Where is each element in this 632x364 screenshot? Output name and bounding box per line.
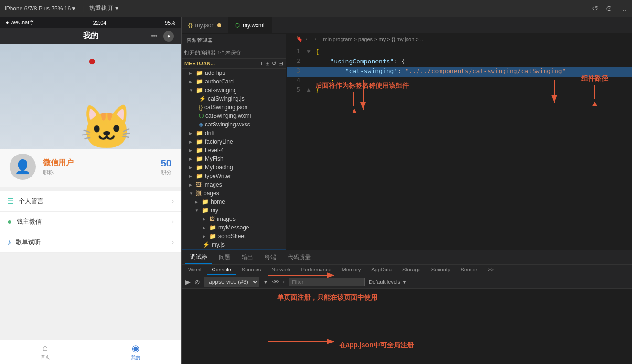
tree-item-level4[interactable]: ▶ 📁 Level-4 [182, 146, 286, 155]
devtool-tab-debugger[interactable]: 调试器 [185, 251, 212, 264]
editor-split: 资源管理器 … 打开的编辑器 1个未保存 MEETOAN... + ⊞ ↺ ⊟ [182, 34, 632, 250]
menu-item-music[interactable]: ♪ 歌单试听 › [0, 232, 181, 253]
filetree-more-icon[interactable]: … [276, 38, 281, 43]
subtab-sources[interactable]: Sources [237, 265, 266, 275]
tree-item-my[interactable]: ▼ 📁 my [182, 206, 286, 215]
add-folder-icon[interactable]: ⊞ [265, 60, 270, 67]
tree-item-catswinging-json[interactable]: {} catSwinging.json [182, 103, 286, 112]
tree-item-catswinging-js[interactable]: ⚡ catSwinging.js [182, 94, 286, 103]
subtab-sensor[interactable]: Sensor [456, 265, 482, 275]
default-levels-selector[interactable]: Default levels ▼ [369, 279, 407, 285]
file-tree-content[interactable]: ▶ 📁 addTips ▶ 📁 authorCard ▼ 📁 cat- [182, 69, 286, 250]
subtab-appdata[interactable]: AppData [366, 265, 396, 275]
bottom-nav-home[interactable]: ⌂ 首页 [0, 343, 91, 361]
subtab-console[interactable]: Console [207, 265, 236, 275]
console-filter-input[interactable] [289, 278, 365, 286]
breadcrumb-bookmark-icon[interactable]: 🔖 [296, 36, 303, 42]
toolbar-block-btn[interactable]: ⊘ [194, 278, 200, 286]
folder-factoryline-label: factoryLine [205, 138, 233, 145]
breadcrumb-align-icon[interactable]: ≡ [291, 36, 294, 42]
breadcrumb-back-icon[interactable]: ← [305, 36, 310, 42]
file-catswinging-json: catSwinging.json [204, 104, 247, 111]
tree-item-my-images[interactable]: ▶ 🖼 images [182, 215, 286, 223]
bottom-nav-my[interactable]: ◉ 我的 [91, 343, 182, 361]
breadcrumb-fwd-icon[interactable]: → [312, 36, 317, 42]
phone-nav-bar: 我的 ••• ● [0, 28, 181, 44]
menu-music-arrow: › [172, 239, 174, 246]
tree-item-mymessage[interactable]: ▶ 📁 myMessage [182, 223, 286, 232]
breadcrumb-icons: ≡ 🔖 ← → [291, 36, 317, 42]
subtab-network[interactable]: Network [267, 265, 295, 275]
folder-songsheet-label: songSheet [218, 233, 246, 239]
tree-item-drift[interactable]: ▶ 📁 drift [182, 129, 286, 137]
toolbar-play-btn[interactable]: ▶ [185, 278, 191, 286]
record-icon[interactable]: ⊙ [606, 4, 612, 13]
more-icon[interactable]: … [620, 4, 627, 13]
refresh-tree-icon[interactable]: ↺ [272, 60, 277, 67]
devtool-tab-quality[interactable]: 代码质量 [283, 251, 315, 263]
code-content[interactable]: 1 ▼ { 2 "usingComponents": { 3 [287, 44, 632, 250]
tree-item-songsheet[interactable]: ▶ 📁 songSheet [182, 232, 286, 240]
folder-collapsed-icon: ▶ [189, 80, 194, 84]
folder-authorcard-label: authorCard [205, 78, 234, 85]
phone-record-btn[interactable]: ● [163, 31, 174, 42]
tree-item-myfish[interactable]: ▶ 📁 MyFish [182, 155, 286, 163]
tree-item-factoryline[interactable]: ▶ 📁 factoryLine [182, 137, 286, 146]
folder-expanded-icon: ▼ [189, 191, 194, 196]
menu-item-personal[interactable]: ☰ 个人留言 › [0, 191, 181, 212]
folder-collapsed-icon: ▶ [203, 226, 207, 230]
add-file-icon[interactable]: + [260, 60, 263, 67]
console-expand-icon[interactable]: › [283, 279, 285, 285]
devtool-tab-output[interactable]: 输出 [237, 251, 258, 263]
tree-item-typewriter[interactable]: ▶ 📁 typeWriter [182, 172, 286, 180]
tab-my-json[interactable]: {} my.json [182, 17, 228, 33]
subtab-performance[interactable]: Performance [297, 265, 336, 275]
device-selector[interactable]: iPhone 6/7/8 Plus 75% 16▼ [5, 5, 76, 12]
menu-wechat-arrow: › [172, 218, 174, 225]
tree-item-pages[interactable]: ▼ 🖼 pages [182, 189, 286, 198]
tree-item-home[interactable]: ▶ 📁 home [182, 198, 286, 206]
score-number: 50 [161, 158, 171, 169]
menu-music-icon: ♪ [7, 238, 11, 247]
tree-item-images-root[interactable]: ▶ 🖼 images [182, 180, 286, 189]
hotreload-btn[interactable]: 热重载 开▼ [89, 4, 119, 12]
subtab-storage[interactable]: Storage [397, 265, 426, 275]
folder-catswinging-label: cat-swinging [205, 87, 237, 94]
annotation-single-page-label: 单页面注册，只能在该页面中使用 [277, 293, 377, 301]
folder-collapsed-icon: ▶ [189, 148, 194, 153]
user-title: 职称 [43, 169, 154, 176]
editor-tabs: {} my.json ⬡ my.wxml [182, 17, 632, 34]
phone-content: 🐱 ● 👤 微信用户 职称 50 积分 [0, 44, 181, 340]
folder-collapsed-icon: ▶ [203, 217, 207, 221]
subtab-memory[interactable]: Memory [337, 265, 366, 275]
file-tree-header: 资源管理器 … [182, 34, 286, 47]
phone-simulator: ● WeChat字 22:04 95% 我的 ••• ● 🐱 ● [0, 17, 182, 364]
menu-item-wechat[interactable]: ● 钱主微信 › [0, 212, 181, 232]
tree-item-myloading[interactable]: ▶ 📁 MyLoading [182, 163, 286, 172]
tree-item-addtips[interactable]: ▶ 📁 addTips [182, 69, 286, 77]
tree-item-catswinging-wxss[interactable]: ◈ catSwinging.wxss [182, 120, 286, 129]
phone-menu-dots[interactable]: ••• [151, 33, 157, 40]
tree-item-authorcard[interactable]: ▶ 📁 authorCard [182, 77, 286, 86]
eye-icon[interactable]: 👁 [272, 278, 279, 286]
devtool-tab-issues[interactable]: 问题 [214, 251, 235, 263]
tab-my-wxml[interactable]: ⬡ my.wxml [228, 17, 272, 33]
annotation-single-page: 单页面注册，只能在该页面中使用 [277, 293, 377, 302]
devtool-tab-terminal[interactable]: 终端 [260, 251, 281, 263]
tree-item-catswinging[interactable]: ▼ 📁 cat-swinging [182, 86, 286, 94]
appservice-dropdown-icon[interactable]: ▼ [263, 279, 268, 285]
phone-time: 22:04 [93, 20, 107, 26]
main-area: ● WeChat字 22:04 95% 我的 ••• ● 🐱 ● [0, 17, 632, 364]
subtab-wxml[interactable]: Wxml [183, 265, 206, 275]
subtab-security[interactable]: Security [427, 265, 455, 275]
file-tree-toolbar: 打开的编辑器 1个未保存 [182, 47, 286, 59]
subtab-more[interactable]: >> [483, 265, 499, 275]
json-file-icon: {} [199, 104, 203, 111]
code-line-5: 5 ▲ } [287, 86, 632, 96]
avatar: 👤 [10, 154, 36, 180]
collapse-icon[interactable]: ⊟ [279, 60, 283, 67]
refresh-icon[interactable]: ↺ [592, 4, 598, 13]
appservice-selector[interactable]: appservice (#3) [204, 277, 259, 287]
tree-item-my-js[interactable]: ⚡ my.js [182, 240, 286, 249]
tree-item-catswinging-wxml[interactable]: ⬡ catSwinging.wxml [182, 112, 286, 120]
